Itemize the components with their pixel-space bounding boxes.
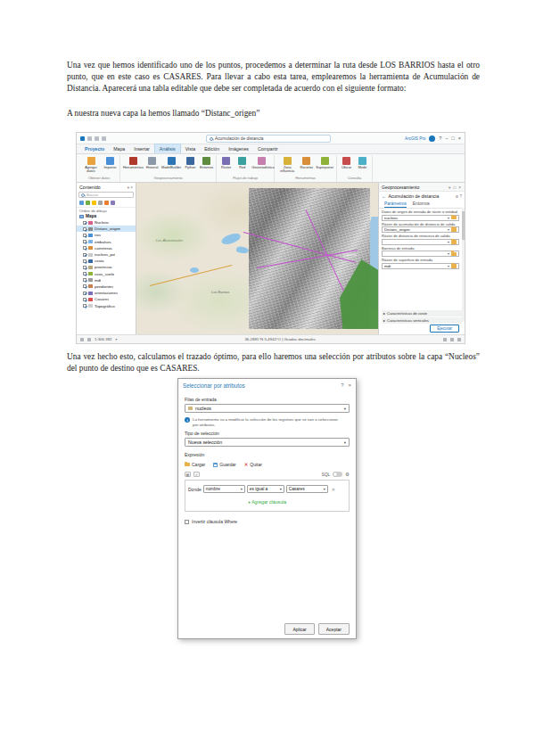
parameter-input[interactable]: mdt ▾: [382, 263, 459, 269]
validate-icon[interactable]: ✓: [193, 472, 200, 477]
tab-compartir[interactable]: Compartir: [253, 144, 283, 153]
tab-parametros[interactable]: Parámetros: [384, 201, 407, 208]
clause-mode-icon[interactable]: ▦: [185, 472, 191, 477]
sql-toggle[interactable]: [333, 472, 342, 477]
parameter-input[interactable]: ▾: [382, 251, 459, 257]
ribbon-button[interactable]: Zona influencia: [277, 157, 297, 173]
layer-row[interactable]: Distanc_origen: [77, 226, 136, 232]
folder-icon[interactable]: [451, 252, 457, 257]
save-button[interactable]: Guardar: [213, 462, 235, 467]
map-view[interactable]: Los Alcornocales Los Barrios Casares: [136, 183, 378, 334]
parameter-input[interactable]: nucleos ▾: [382, 215, 459, 221]
layer-row[interactable]: orientaciones: [77, 290, 136, 296]
folder-icon[interactable]: [451, 227, 457, 232]
folder-icon[interactable]: [451, 240, 457, 244]
ribbon-button[interactable]: Superponer: [316, 157, 333, 169]
scale-selector[interactable]: 1:306.382: [95, 337, 112, 341]
layer-row[interactable]: mdt: [77, 277, 136, 284]
layer-checkbox[interactable]: [83, 221, 86, 225]
apply-button[interactable]: Aplicar: [284, 623, 314, 635]
chevron-down-icon[interactable]: ▾: [116, 337, 118, 341]
close-icon[interactable]: ×: [458, 136, 461, 141]
panel-options-icon[interactable]: ▾ ×: [128, 185, 133, 190]
list-by-source-icon[interactable]: [86, 201, 90, 205]
field-select[interactable]: nombre ▾: [203, 485, 245, 493]
ribbon-button[interactable]: Ubicar: [340, 157, 353, 169]
chevron-down-icon[interactable]: ▾: [448, 216, 449, 220]
layer-checkbox[interactable]: [83, 284, 86, 288]
tab-vista[interactable]: Vista: [181, 144, 200, 153]
tab-insertar[interactable]: Insertar: [129, 144, 154, 153]
parameter-input[interactable]: Distanc_origen ▾: [382, 226, 459, 233]
folder-icon[interactable]: [451, 216, 457, 220]
layer-row[interactable]: Casares: [77, 296, 136, 302]
folder-icon[interactable]: [451, 264, 457, 268]
layer-checkbox[interactable]: [83, 227, 86, 231]
user-avatar[interactable]: [429, 136, 435, 142]
maximize-icon[interactable]: □: [451, 136, 454, 141]
tab-analisis[interactable]: Análisis: [154, 144, 181, 153]
section-header[interactable]: ▸ Características de coste: [382, 310, 462, 316]
chevron-down-icon[interactable]: ▾: [448, 251, 449, 256]
ribbon-button[interactable]: Medir: [356, 157, 369, 169]
tab-entornos[interactable]: Entornos: [413, 201, 430, 208]
chevron-down-icon[interactable]: ▾: [448, 264, 449, 268]
layer-row[interactable]: costa: [77, 258, 136, 264]
layer-row[interactable]: Nucleos: [77, 219, 136, 226]
ribbon-button[interactable]: Herramientas: [123, 157, 143, 169]
parameter-input[interactable]: ▾: [382, 239, 459, 245]
status-icon[interactable]: [443, 338, 447, 341]
layer-row[interactable]: pendientes: [77, 284, 136, 290]
close-icon[interactable]: ×: [348, 382, 351, 388]
tool-help-icon[interactable]: ⊕ ?: [455, 194, 462, 199]
list-by-drawing-icon[interactable]: [79, 201, 84, 205]
layer-row[interactable]: Topográfico: [77, 302, 136, 308]
layer-checkbox[interactable]: [83, 298, 86, 301]
layer-row[interactable]: carreteras: [77, 245, 136, 251]
chevron-down-icon[interactable]: ▾: [448, 227, 449, 232]
status-icon[interactable]: [450, 338, 454, 341]
layer-row[interactable]: rios: [77, 232, 136, 238]
ribbon-button[interactable]: Ráster: [219, 157, 233, 169]
ribbon-button[interactable]: Red: [235, 157, 249, 169]
invert-checkbox[interactable]: [185, 520, 189, 524]
value-select[interactable]: Casares ▾: [286, 485, 328, 493]
layer-checkbox[interactable]: [83, 234, 86, 237]
remove-button[interactable]: ✕ Quitar: [244, 462, 262, 467]
load-button[interactable]: Cargar: [185, 462, 205, 467]
save-icon[interactable]: [87, 136, 92, 141]
map-node[interactable]: Mapa: [77, 213, 136, 219]
layer-checkbox[interactable]: [83, 292, 86, 295]
layer-checkbox[interactable]: [83, 246, 86, 250]
layer-checkbox[interactable]: [83, 278, 86, 282]
command-search[interactable]: Acumulación de distancia: [206, 135, 331, 143]
tab-edicion[interactable]: Edición: [200, 144, 224, 153]
list-by-labeling-icon[interactable]: [111, 201, 115, 205]
panel-controls-icons[interactable]: ▾ □ ×: [449, 185, 462, 190]
ribbon-button[interactable]: Agregar datos: [81, 157, 101, 173]
run-button[interactable]: Ejecutar: [430, 325, 459, 333]
ribbon-button[interactable]: Python: [184, 157, 197, 169]
contents-search-input[interactable]: Buscar: [78, 192, 134, 198]
layer-row[interactable]: nucleos_pol: [77, 251, 136, 258]
layer-checkbox[interactable]: [83, 272, 86, 275]
layer-row[interactable]: embalses: [77, 239, 136, 245]
tab-proyecto[interactable]: Proyecto: [80, 144, 109, 153]
layer-row[interactable]: provincias: [77, 264, 136, 270]
layer-checkbox[interactable]: [83, 304, 86, 308]
help-icon[interactable]: ?: [341, 382, 343, 388]
section-header[interactable]: ▸ Características verticales: [382, 317, 462, 324]
remove-clause-icon[interactable]: ✕: [332, 487, 335, 492]
ok-button[interactable]: Aceptar: [318, 623, 350, 635]
ribbon-button[interactable]: Importar: [103, 157, 117, 169]
layer-row[interactable]: usos_suelo: [77, 271, 136, 277]
back-icon[interactable]: ←: [382, 193, 387, 199]
status-icon[interactable]: [80, 338, 84, 341]
layer-checkbox[interactable]: [83, 266, 86, 269]
redo-icon[interactable]: [102, 136, 106, 141]
list-by-snapping-icon[interactable]: [104, 201, 109, 205]
ribbon-button[interactable]: ModelBuilder: [161, 157, 181, 169]
tab-mapa[interactable]: Mapa: [109, 144, 129, 153]
ribbon-button[interactable]: Historial: [145, 157, 159, 169]
ribbon-button[interactable]: Recortar: [300, 157, 313, 169]
